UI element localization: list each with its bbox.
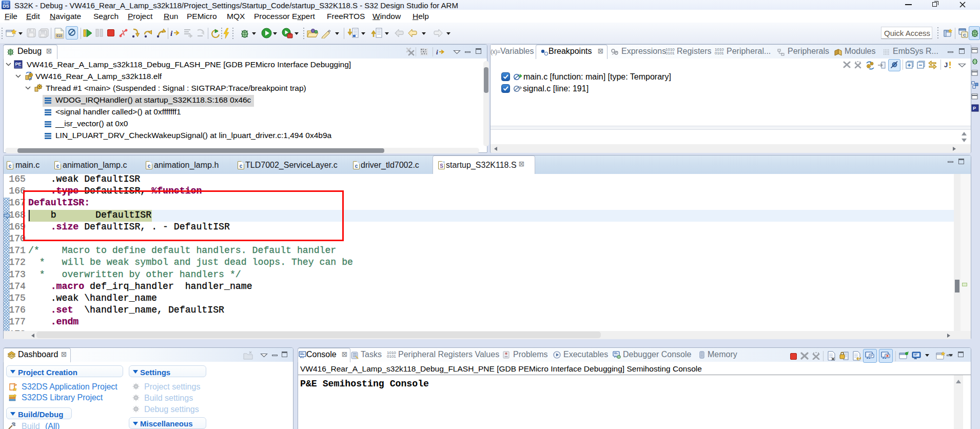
svg-text:010: 010 [56,34,62,37]
svg-text:C: C [963,33,966,37]
svg-text:i: i [170,29,173,37]
svg-text:P: P [973,106,976,111]
svg-text:J: J [944,61,948,69]
svg-text:i: i [436,48,438,56]
svg-text:PE: PE [15,62,22,67]
